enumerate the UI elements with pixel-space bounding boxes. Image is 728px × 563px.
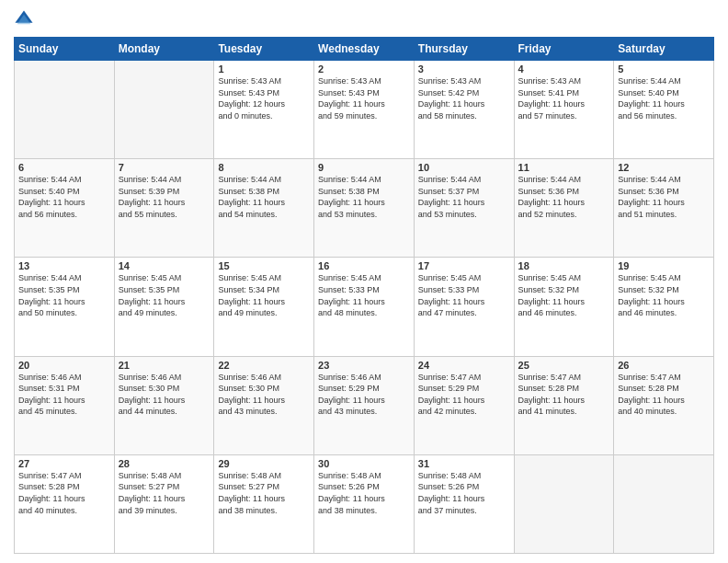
day-info: Sunrise: 5:44 AM Sunset: 5:36 PM Dayligh… <box>618 174 710 220</box>
header-day-sunday: Sunday <box>15 38 115 61</box>
day-info: Sunrise: 5:48 AM Sunset: 5:26 PM Dayligh… <box>318 470 410 516</box>
calendar-cell: 17Sunrise: 5:45 AM Sunset: 5:33 PM Dayli… <box>414 258 514 356</box>
day-info: Sunrise: 5:43 AM Sunset: 5:41 PM Dayligh… <box>518 75 610 121</box>
day-info: Sunrise: 5:44 AM Sunset: 5:37 PM Dayligh… <box>418 174 510 220</box>
header-row: SundayMondayTuesdayWednesdayThursdayFrid… <box>15 38 714 61</box>
day-number: 21 <box>119 360 210 371</box>
day-info: Sunrise: 5:45 AM Sunset: 5:35 PM Dayligh… <box>119 272 210 318</box>
calendar-body: 1Sunrise: 5:43 AM Sunset: 5:43 PM Daylig… <box>15 61 714 554</box>
day-info: Sunrise: 5:44 AM Sunset: 5:40 PM Dayligh… <box>618 75 710 121</box>
calendar-cell: 26Sunrise: 5:47 AM Sunset: 5:28 PM Dayli… <box>614 356 714 454</box>
day-number: 20 <box>18 360 110 371</box>
day-number: 11 <box>518 162 610 173</box>
calendar-cell: 12Sunrise: 5:44 AM Sunset: 5:36 PM Dayli… <box>614 159 714 258</box>
day-info: Sunrise: 5:47 AM Sunset: 5:28 PM Dayligh… <box>618 372 710 418</box>
calendar-header: SundayMondayTuesdayWednesdayThursdayFrid… <box>15 38 714 61</box>
week-row-3: 20Sunrise: 5:46 AM Sunset: 5:31 PM Dayli… <box>15 356 714 454</box>
calendar-cell: 3Sunrise: 5:43 AM Sunset: 5:42 PM Daylig… <box>414 61 514 159</box>
calendar-cell <box>514 454 614 553</box>
day-info: Sunrise: 5:43 AM Sunset: 5:43 PM Dayligh… <box>318 75 410 121</box>
day-number: 5 <box>618 63 710 75</box>
calendar-cell: 15Sunrise: 5:45 AM Sunset: 5:34 PM Dayli… <box>214 258 314 356</box>
calendar-cell: 28Sunrise: 5:48 AM Sunset: 5:27 PM Dayli… <box>114 454 214 553</box>
logo <box>14 9 38 29</box>
calendar-cell <box>614 454 714 553</box>
day-info: Sunrise: 5:43 AM Sunset: 5:43 PM Dayligh… <box>218 75 310 121</box>
day-number: 14 <box>119 260 210 271</box>
calendar-cell: 7Sunrise: 5:44 AM Sunset: 5:39 PM Daylig… <box>114 159 214 258</box>
week-row-4: 27Sunrise: 5:47 AM Sunset: 5:28 PM Dayli… <box>15 454 714 553</box>
calendar-cell: 4Sunrise: 5:43 AM Sunset: 5:41 PM Daylig… <box>514 61 614 159</box>
day-info: Sunrise: 5:48 AM Sunset: 5:27 PM Dayligh… <box>119 470 210 516</box>
day-info: Sunrise: 5:47 AM Sunset: 5:29 PM Dayligh… <box>418 372 510 418</box>
calendar-cell: 29Sunrise: 5:48 AM Sunset: 5:27 PM Dayli… <box>214 454 314 553</box>
page: SundayMondayTuesdayWednesdayThursdayFrid… <box>0 0 728 563</box>
calendar-cell: 6Sunrise: 5:44 AM Sunset: 5:40 PM Daylig… <box>15 159 115 258</box>
logo-icon <box>14 9 34 29</box>
calendar-cell: 25Sunrise: 5:47 AM Sunset: 5:28 PM Dayli… <box>514 356 614 454</box>
day-info: Sunrise: 5:43 AM Sunset: 5:42 PM Dayligh… <box>418 75 510 121</box>
calendar-cell: 19Sunrise: 5:45 AM Sunset: 5:32 PM Dayli… <box>614 258 714 356</box>
calendar-cell: 30Sunrise: 5:48 AM Sunset: 5:26 PM Dayli… <box>314 454 415 553</box>
day-info: Sunrise: 5:44 AM Sunset: 5:39 PM Dayligh… <box>119 174 210 220</box>
day-number: 17 <box>418 260 510 271</box>
day-info: Sunrise: 5:45 AM Sunset: 5:32 PM Dayligh… <box>618 272 710 318</box>
week-row-2: 13Sunrise: 5:44 AM Sunset: 5:35 PM Dayli… <box>15 258 714 356</box>
week-row-0: 1Sunrise: 5:43 AM Sunset: 5:43 PM Daylig… <box>15 61 714 159</box>
day-number: 25 <box>518 360 610 371</box>
day-number: 6 <box>18 162 110 173</box>
day-number: 26 <box>618 360 710 371</box>
day-info: Sunrise: 5:45 AM Sunset: 5:33 PM Dayligh… <box>418 272 510 318</box>
calendar-cell: 14Sunrise: 5:45 AM Sunset: 5:35 PM Dayli… <box>114 258 214 356</box>
calendar-table: SundayMondayTuesdayWednesdayThursdayFrid… <box>14 37 714 554</box>
calendar-cell: 1Sunrise: 5:43 AM Sunset: 5:43 PM Daylig… <box>214 61 314 159</box>
day-info: Sunrise: 5:46 AM Sunset: 5:29 PM Dayligh… <box>318 372 410 418</box>
day-info: Sunrise: 5:46 AM Sunset: 5:30 PM Dayligh… <box>119 372 210 418</box>
calendar-cell: 31Sunrise: 5:48 AM Sunset: 5:26 PM Dayli… <box>414 454 514 553</box>
header-day-tuesday: Tuesday <box>214 38 314 61</box>
calendar-cell: 24Sunrise: 5:47 AM Sunset: 5:29 PM Dayli… <box>414 356 514 454</box>
day-info: Sunrise: 5:48 AM Sunset: 5:26 PM Dayligh… <box>418 470 510 516</box>
calendar-cell: 13Sunrise: 5:44 AM Sunset: 5:35 PM Dayli… <box>15 258 115 356</box>
calendar-cell: 8Sunrise: 5:44 AM Sunset: 5:38 PM Daylig… <box>214 159 314 258</box>
day-number: 24 <box>418 360 510 371</box>
day-number: 29 <box>218 458 310 469</box>
day-number: 7 <box>119 162 210 173</box>
calendar-cell: 27Sunrise: 5:47 AM Sunset: 5:28 PM Dayli… <box>15 454 115 553</box>
header-day-monday: Monday <box>114 38 214 61</box>
calendar-cell: 9Sunrise: 5:44 AM Sunset: 5:38 PM Daylig… <box>314 159 415 258</box>
calendar-cell: 2Sunrise: 5:43 AM Sunset: 5:43 PM Daylig… <box>314 61 415 159</box>
calendar-cell: 10Sunrise: 5:44 AM Sunset: 5:37 PM Dayli… <box>414 159 514 258</box>
day-number: 18 <box>518 260 610 271</box>
day-number: 1 <box>218 63 310 75</box>
day-info: Sunrise: 5:44 AM Sunset: 5:40 PM Dayligh… <box>18 174 110 220</box>
day-number: 8 <box>218 162 310 173</box>
day-info: Sunrise: 5:44 AM Sunset: 5:35 PM Dayligh… <box>18 272 110 318</box>
week-row-1: 6Sunrise: 5:44 AM Sunset: 5:40 PM Daylig… <box>15 159 714 258</box>
header-day-wednesday: Wednesday <box>314 38 415 61</box>
calendar-cell: 21Sunrise: 5:46 AM Sunset: 5:30 PM Dayli… <box>114 356 214 454</box>
header-day-friday: Friday <box>514 38 614 61</box>
day-number: 30 <box>318 458 410 469</box>
day-number: 2 <box>318 63 410 75</box>
day-info: Sunrise: 5:47 AM Sunset: 5:28 PM Dayligh… <box>518 372 610 418</box>
day-info: Sunrise: 5:45 AM Sunset: 5:34 PM Dayligh… <box>218 272 310 318</box>
calendar-cell: 16Sunrise: 5:45 AM Sunset: 5:33 PM Dayli… <box>314 258 415 356</box>
day-info: Sunrise: 5:46 AM Sunset: 5:31 PM Dayligh… <box>18 372 110 418</box>
day-info: Sunrise: 5:46 AM Sunset: 5:30 PM Dayligh… <box>218 372 310 418</box>
header-day-thursday: Thursday <box>414 38 514 61</box>
day-number: 9 <box>318 162 410 173</box>
day-info: Sunrise: 5:44 AM Sunset: 5:36 PM Dayligh… <box>518 174 610 220</box>
day-number: 31 <box>418 458 510 469</box>
calendar-cell: 11Sunrise: 5:44 AM Sunset: 5:36 PM Dayli… <box>514 159 614 258</box>
day-number: 3 <box>418 63 510 75</box>
calendar-cell: 23Sunrise: 5:46 AM Sunset: 5:29 PM Dayli… <box>314 356 415 454</box>
day-number: 22 <box>218 360 310 371</box>
header <box>14 9 714 29</box>
day-info: Sunrise: 5:47 AM Sunset: 5:28 PM Dayligh… <box>18 470 110 516</box>
day-info: Sunrise: 5:44 AM Sunset: 5:38 PM Dayligh… <box>318 174 410 220</box>
day-number: 27 <box>18 458 110 469</box>
calendar-cell: 5Sunrise: 5:44 AM Sunset: 5:40 PM Daylig… <box>614 61 714 159</box>
day-info: Sunrise: 5:45 AM Sunset: 5:33 PM Dayligh… <box>318 272 410 318</box>
day-number: 23 <box>318 360 410 371</box>
